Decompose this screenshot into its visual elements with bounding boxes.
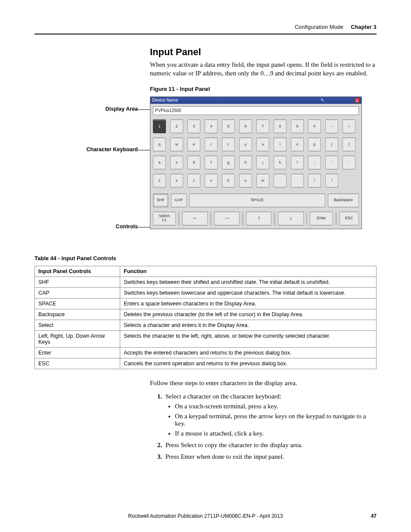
divider bbox=[242, 212, 243, 225]
key-minus[interactable]: - bbox=[325, 119, 338, 133]
callout-display-area: Display Area bbox=[86, 106, 138, 112]
key-8[interactable]: 8 bbox=[274, 119, 286, 133]
space-button[interactable]: SPACE bbox=[189, 193, 325, 207]
key-q[interactable]: q bbox=[153, 137, 166, 151]
list-item: If a mouse is attached, click a key. bbox=[175, 430, 377, 437]
key-i[interactable]: i bbox=[274, 137, 286, 151]
key-rbracket[interactable]: ] bbox=[342, 137, 355, 151]
callout-controls: Controls bbox=[99, 224, 138, 230]
divider bbox=[178, 212, 180, 225]
up-arrow-button[interactable]: ↑ bbox=[246, 212, 271, 225]
key-s[interactable]: s bbox=[170, 156, 183, 169]
table-cell: Selects a character and enters it in the… bbox=[120, 320, 377, 330]
input-panel-controls-table: Input Panel Controls Function SHFSwitche… bbox=[34, 266, 377, 369]
table-header: Input Panel Controls bbox=[35, 266, 120, 277]
key-7[interactable]: 7 bbox=[256, 119, 269, 133]
cap-button[interactable]: CAP bbox=[171, 193, 187, 207]
table-row: SelectSelects a character and enters it … bbox=[35, 320, 377, 330]
key-4[interactable]: 4 bbox=[205, 119, 218, 133]
table-row: SPACEEnters a space between characters i… bbox=[35, 298, 377, 309]
key-j[interactable]: j bbox=[256, 156, 269, 169]
step-1-bullets: On a touch-screen terminal, press a key.… bbox=[165, 403, 377, 437]
key-semicolon[interactable]: ; bbox=[308, 156, 321, 169]
select-button[interactable]: Select F1 bbox=[153, 212, 176, 225]
key-1[interactable]: 1 bbox=[153, 119, 166, 133]
table-caption: Table 44 - Input Panel Controls bbox=[34, 255, 377, 261]
table-header-row: Input Panel Controls Function bbox=[35, 266, 377, 277]
table-row: Left, Right, Up, Down Arrow KeysSelects … bbox=[35, 330, 377, 347]
key-lbracket[interactable]: [ bbox=[325, 137, 338, 151]
character-keyboard: 1 2 3 4 5 6 7 8 9 0 - = q bbox=[150, 118, 361, 193]
controls-row-2: Select F1 ← → ↑ ↓ Enter ESC bbox=[150, 211, 361, 229]
table-header: Function bbox=[120, 266, 377, 277]
esc-button[interactable]: ESC bbox=[339, 212, 359, 225]
table-row: BackspaceDeletes the previous character … bbox=[35, 309, 377, 320]
key-backslash[interactable]: \ bbox=[325, 174, 338, 187]
key-e[interactable]: e bbox=[187, 137, 200, 151]
shf-button[interactable]: SHF bbox=[153, 193, 168, 207]
key-p[interactable]: p bbox=[308, 137, 321, 151]
key-5[interactable]: 5 bbox=[222, 119, 235, 133]
key-3[interactable]: 3 bbox=[187, 119, 200, 133]
divider bbox=[210, 212, 212, 225]
key-6[interactable]: 6 bbox=[239, 119, 252, 133]
key-f[interactable]: f bbox=[205, 156, 218, 169]
table-row: ESCCancels the current operation and ret… bbox=[35, 358, 377, 369]
key-v[interactable]: v bbox=[205, 174, 218, 187]
key-period[interactable]: . bbox=[291, 174, 304, 187]
table-cell: Selects the character to the left, right… bbox=[120, 330, 377, 347]
table-cell: Enters a space between characters in the… bbox=[120, 298, 377, 309]
close-icon[interactable]: × bbox=[355, 98, 360, 103]
key-x[interactable]: x bbox=[170, 174, 183, 187]
key-equals[interactable]: = bbox=[342, 119, 355, 133]
section-title: Input Panel bbox=[150, 47, 377, 58]
key-c[interactable]: c bbox=[187, 174, 200, 187]
key-a[interactable]: a bbox=[153, 156, 166, 169]
header-rule bbox=[34, 34, 377, 34]
key-0[interactable]: 0 bbox=[308, 119, 321, 133]
key-k[interactable]: k bbox=[274, 156, 286, 169]
page-footer: Rockwell Automation Publication 2711P-UM… bbox=[34, 513, 377, 519]
key-h[interactable]: h bbox=[239, 156, 252, 169]
key-w[interactable]: w bbox=[170, 137, 183, 151]
left-arrow-button[interactable]: ← bbox=[182, 212, 208, 225]
key-slash[interactable]: / bbox=[308, 174, 321, 187]
list-item: On a keypad terminal, press the arrow ke… bbox=[175, 413, 377, 427]
key-l[interactable]: l bbox=[291, 156, 304, 169]
divider bbox=[274, 212, 275, 225]
table-cell: Switches keys between their shifted and … bbox=[120, 277, 377, 287]
key-2[interactable]: 2 bbox=[170, 119, 183, 133]
key-m[interactable]: m bbox=[256, 174, 269, 187]
page-number: 47 bbox=[371, 513, 377, 519]
key-b[interactable]: b bbox=[222, 174, 235, 187]
key-g[interactable]: g bbox=[222, 156, 235, 169]
key-o[interactable]: o bbox=[291, 137, 304, 151]
input-panel-titlebar: Device Name ↖ × bbox=[150, 97, 361, 104]
key-u[interactable]: u bbox=[256, 137, 269, 151]
figure-caption: Figure 11 - Input Panel bbox=[150, 86, 377, 92]
running-head-chapter: Chapter 3 bbox=[351, 24, 377, 30]
list-item: On a touch-screen terminal, press a key. bbox=[175, 403, 377, 410]
key-y[interactable]: y bbox=[239, 137, 252, 151]
backspace-button[interactable]: Backspace bbox=[328, 193, 359, 207]
key-backtick[interactable]: ` bbox=[342, 156, 355, 169]
key-comma[interactable]: , bbox=[274, 174, 286, 187]
key-r[interactable]: r bbox=[205, 137, 218, 151]
follow-text: Follow these steps to enter characters i… bbox=[150, 380, 377, 387]
key-d[interactable]: d bbox=[187, 156, 200, 169]
display-area-field[interactable]: PVPlus12600 bbox=[153, 106, 359, 115]
key-quote[interactable]: ' bbox=[325, 156, 338, 169]
table-cell: SHF bbox=[35, 277, 120, 287]
key-9[interactable]: 9 bbox=[291, 119, 304, 133]
table-cell: Enter bbox=[35, 347, 120, 358]
enter-button[interactable]: Enter bbox=[310, 212, 333, 225]
table-cell: Cancels the current operation and return… bbox=[120, 358, 377, 369]
step-text: Select a character on the character keyb… bbox=[165, 393, 281, 400]
table-row: EnterAccepts the entered characters and … bbox=[35, 347, 377, 358]
right-arrow-button[interactable]: → bbox=[214, 212, 240, 225]
key-z[interactable]: z bbox=[153, 174, 166, 187]
key-t[interactable]: t bbox=[222, 137, 235, 151]
down-arrow-button[interactable]: ↓ bbox=[278, 212, 303, 225]
key-n[interactable]: n bbox=[239, 174, 252, 187]
table-cell: Select bbox=[35, 320, 120, 330]
